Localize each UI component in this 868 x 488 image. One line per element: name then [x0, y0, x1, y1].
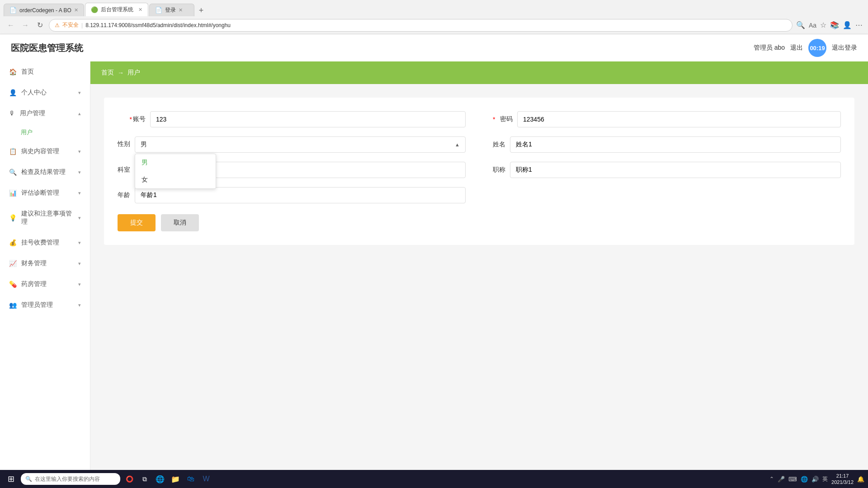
pharmacy-arrow: ▾: [78, 282, 81, 287]
breadcrumb-arrow: →: [118, 69, 124, 76]
gender-label: 性别: [118, 140, 130, 148]
sidebar-item-personal[interactable]: 👤 个人中心 ▾: [0, 82, 90, 103]
cancel-button[interactable]: 取消: [161, 214, 199, 231]
address-bar[interactable]: ⚠ 不安全 | 8.129.11.174:9008/ssmf48d5/admin…: [49, 19, 793, 32]
sidebar: 🏠 首页 👤 个人中心 ▾ 🎙 用户管理 ▴ 用户 📋 病史内容管理 ▾: [0, 61, 90, 470]
tab-active-2[interactable]: 🟢 后台管理系统 ✕: [85, 3, 148, 16]
logout-button[interactable]: 退出登录: [832, 44, 857, 52]
dept-label: 科室: [118, 166, 130, 174]
sidebar-item-case-mgmt[interactable]: 📋 病史内容管理 ▾: [0, 141, 90, 162]
back-button[interactable]: ←: [5, 20, 16, 31]
breadcrumb-current: 用户: [127, 69, 140, 77]
age-input[interactable]: [135, 187, 466, 203]
tab2-close[interactable]: ✕: [138, 7, 142, 13]
forward-button[interactable]: →: [20, 20, 31, 31]
content: 首页 → 用户 * 账号 * 密码: [90, 61, 868, 470]
form-row-1: * 账号 * 密码: [118, 111, 841, 127]
personal-arrow: ▾: [78, 90, 81, 96]
title-input[interactable]: [510, 162, 841, 178]
eval-arrow: ▾: [78, 190, 81, 196]
browser-collect-icon[interactable]: 📚: [830, 21, 839, 29]
tab-inactive-3[interactable]: 📄 登录 ✕: [149, 4, 194, 16]
refresh-button[interactable]: ↻: [34, 20, 45, 31]
password-label: *: [493, 116, 497, 123]
tab3-close[interactable]: ✕: [179, 7, 183, 13]
app-header: 医院医患管理系统 管理员 abo 退出 00:19 退出登录: [0, 34, 868, 61]
tab-inactive-1[interactable]: 📄 orderCodegen - A BO ✕: [4, 4, 84, 16]
new-tab-button[interactable]: +: [195, 6, 208, 15]
app: 医院医患管理系统 管理员 abo 退出 00:19 退出登录 🏠 首页 👤 个人…: [0, 34, 868, 470]
personal-icon: 👤: [9, 89, 17, 96]
sidebar-check-label: 检查及结果管理: [21, 168, 66, 176]
admin-label: 管理员 abo: [754, 44, 785, 52]
sidebar-case-label: 病史内容管理: [21, 147, 59, 155]
admin-arrow: ▾: [78, 302, 81, 308]
app-title: 医院医患管理系统: [11, 42, 83, 54]
form-group-gender: 性别 男 ▲ 男: [118, 136, 466, 153]
password-input[interactable]: [517, 111, 841, 127]
sidebar-item-home[interactable]: 🏠 首页: [0, 61, 90, 82]
sidebar-item-pharmacy-mgmt[interactable]: 💊 药房管理 ▾: [0, 274, 90, 295]
home-icon: 🏠: [9, 68, 17, 75]
sidebar-item-register-mgmt[interactable]: 💰 挂号收费管理 ▾: [0, 232, 90, 253]
address-bar-row: ← → ↻ ⚠ 不安全 | 8.129.11.174:9008/ssmf48d5…: [0, 16, 868, 34]
pharmacy-mgmt-icon: 💊: [9, 281, 17, 288]
gender-select-wrapper: 男 ▲ 男 女: [135, 136, 466, 153]
tab1-icon: 📄: [9, 7, 17, 14]
browser-chrome: 📄 orderCodegen - A BO ✕ 🟢 后台管理系统 ✕ 📄 登录 …: [0, 0, 868, 16]
sidebar-item-finance-mgmt[interactable]: 📈 财务管理 ▾: [0, 253, 90, 274]
breadcrumb-bar: 首页 → 用户: [90, 61, 868, 84]
gender-option-male[interactable]: 男: [135, 154, 216, 171]
account-input[interactable]: [150, 111, 466, 127]
admin-mgmt-icon: 👥: [9, 301, 17, 309]
sidebar-item-advice-mgmt[interactable]: 💡 建议和注意事项管理 ▾: [0, 203, 90, 232]
sidebar-item-check-mgmt[interactable]: 🔍 检查及结果管理 ▾: [0, 162, 90, 183]
password-label-text: 密码: [500, 115, 513, 123]
security-warning-text: 不安全: [62, 21, 79, 29]
form-group-title: 职称: [493, 162, 841, 178]
check-arrow: ▾: [78, 169, 81, 175]
browser-more-icon[interactable]: ⋯: [855, 21, 863, 29]
form-group-account: * 账号: [118, 111, 466, 127]
breadcrumb-home[interactable]: 首页: [101, 69, 114, 77]
gender-chevron-up-icon: ▲: [455, 142, 460, 147]
form-group-age: 年龄: [118, 187, 466, 203]
tab3-label: 登录: [165, 6, 176, 14]
advice-mgmt-icon: 💡: [9, 214, 17, 221]
tab1-close[interactable]: ✕: [74, 7, 78, 13]
name-input[interactable]: [510, 136, 841, 153]
sidebar-item-eval-mgmt[interactable]: 📊 评估诊断管理 ▾: [0, 183, 90, 203]
address-text: 8.129.11.174:9008/ssmf48d5/admin/dist/in…: [85, 22, 231, 28]
form-row-2: 性别 男 ▲ 男: [118, 136, 841, 153]
sidebar-item-admin-mgmt[interactable]: 👥 管理员管理 ▾: [0, 295, 90, 315]
form-row-4: 年龄: [118, 187, 841, 203]
browser-account-icon[interactable]: 👤: [843, 21, 852, 29]
form-row-3: 科室 职称: [118, 162, 841, 178]
gender-option-female[interactable]: 女: [135, 171, 216, 188]
sidebar-eval-label: 评估诊断管理: [21, 189, 59, 197]
finance-mgmt-icon: 📈: [9, 260, 17, 267]
sidebar-admin-label: 管理员管理: [21, 301, 53, 309]
name-label: 姓名: [493, 141, 505, 149]
back-system-button[interactable]: 退出: [790, 44, 803, 52]
sidebar-item-user-mgmt[interactable]: 🎙 用户管理 ▴: [0, 103, 90, 124]
register-mgmt-icon: 💰: [9, 239, 17, 246]
tab1-label: orderCodegen - A BO: [19, 7, 71, 14]
browser-aa-icon[interactable]: Aa: [809, 22, 816, 29]
browser-fav-icon[interactable]: ☆: [820, 21, 826, 29]
btn-row: 提交 取消: [118, 214, 841, 231]
sidebar-sub-item-user[interactable]: 用户: [0, 124, 90, 141]
gender-selected-value: 男: [141, 141, 147, 149]
register-arrow: ▾: [78, 240, 81, 246]
title-label: 职称: [493, 166, 505, 174]
separator: |: [81, 22, 83, 28]
browser-search-icon[interactable]: 🔍: [796, 21, 805, 29]
form-group-name: 姓名: [493, 136, 841, 153]
user-mgmt-arrow: ▴: [78, 111, 81, 117]
form: * 账号 * 密码 性别: [104, 98, 854, 245]
security-warning-icon: ⚠: [55, 22, 60, 28]
case-mgmt-icon: 📋: [9, 148, 17, 155]
submit-button[interactable]: 提交: [118, 214, 156, 231]
gender-select-trigger[interactable]: 男 ▲: [135, 136, 466, 153]
sidebar-home-label: 首页: [21, 68, 34, 76]
